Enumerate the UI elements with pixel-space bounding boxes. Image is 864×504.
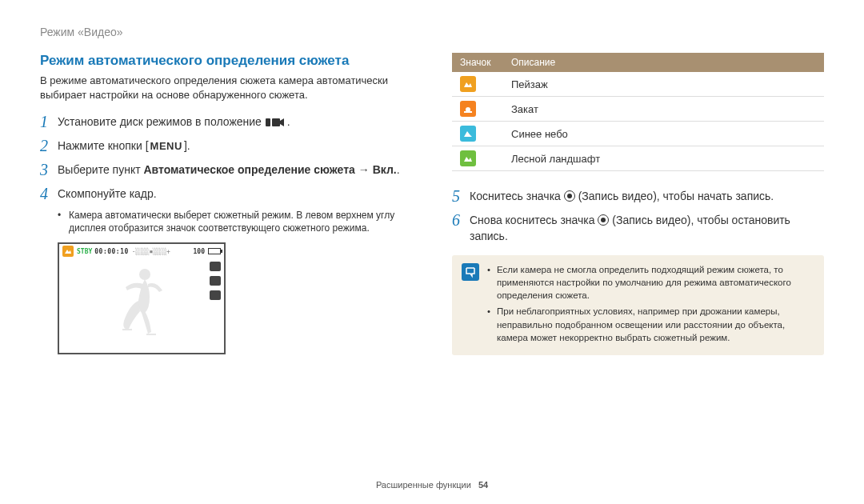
table-cell: Закат	[503, 97, 824, 122]
table-header-desc: Описание	[503, 53, 824, 72]
step-end: .	[397, 163, 400, 176]
right-column: Значок Описание Пейзаж Закат	[452, 53, 824, 355]
svg-point-4	[139, 269, 150, 280]
table-body: Пейзаж Закат Синее небо Лесной ландшафт	[452, 72, 824, 171]
step-body: Выберите пункт Автоматическое определени…	[58, 161, 412, 178]
page-footer: Расширенные функции 54	[0, 480, 864, 490]
section-title: Режим автоматического определения сюжета	[40, 53, 412, 69]
scene-icon-table: Значок Описание Пейзаж Закат	[452, 53, 824, 171]
step-text: ].	[184, 139, 190, 152]
intro-text: В режиме автоматического определения сюж…	[40, 74, 412, 102]
step-text: Нажмите кнопки [	[58, 139, 149, 152]
info-icon	[462, 263, 479, 281]
step-body: Нажмите кнопки [MENU].	[58, 137, 412, 154]
svg-marker-2	[280, 118, 284, 126]
footer-section: Расширенные функции	[376, 480, 471, 490]
blue-sky-icon	[460, 126, 476, 142]
table-cell: Пейзаж	[503, 72, 824, 97]
shot-count: 100	[194, 248, 205, 255]
note-item: • При неблагоприятных условиях, например…	[487, 305, 814, 343]
battery-icon	[208, 248, 221, 254]
stabilizer-icon	[210, 276, 221, 286]
step-body: Установите диск режимов в положение .	[58, 113, 412, 130]
timecode: 00:00:10	[94, 248, 129, 255]
table-row: Лесной ландшафт	[452, 146, 824, 171]
stby-label: STBY	[77, 248, 92, 255]
step-4-sub: • Камера автоматически выберет сюжетный …	[58, 209, 412, 234]
note-list: • Если камера не смогла определить подхо…	[487, 263, 814, 347]
note-box: • Если камера не смогла определить подхо…	[452, 255, 824, 355]
step-3: 3 Выберите пункт Автоматическое определе…	[40, 161, 412, 178]
step-body: Коснитесь значка (Запись видео), чтобы н…	[470, 187, 824, 205]
forest-icon	[460, 150, 476, 166]
step-text-end: .	[287, 115, 290, 128]
svg-marker-10	[464, 131, 472, 137]
note-text: При неблагоприятных условиях, например п…	[497, 305, 814, 343]
resolution-icon	[210, 262, 221, 271]
manual-page: Режим «Видео» Режим автоматического опре…	[0, 0, 864, 371]
table-header-icon: Значок	[452, 53, 503, 72]
step-text: Коснитесь значка	[470, 190, 564, 202]
step-text: Выберите пункт	[58, 163, 143, 176]
svg-rect-1	[272, 118, 280, 126]
table-row: Закат	[452, 97, 824, 122]
note-item: • Если камера не смогла определить подхо…	[487, 263, 814, 302]
record-icon	[564, 190, 575, 202]
step-number: 3	[40, 161, 58, 178]
step-body: Снова коснитесь значка (Запись видео), ч…	[470, 211, 824, 244]
step-1: 1 Установите диск режимов в положение .	[40, 113, 412, 130]
exposure-scale: -░░░░▪░░░░+	[132, 248, 170, 255]
page-number: 54	[478, 480, 488, 490]
step-bold: Автоматическое определение сюжета	[143, 163, 354, 176]
step-6: 6 Снова коснитесь значка (Запись видео),…	[452, 211, 824, 244]
step-number: 1	[40, 113, 58, 130]
bullet-icon: •	[58, 209, 69, 234]
svg-marker-3	[65, 250, 71, 254]
bullet-icon: •	[487, 305, 497, 343]
two-column-layout: Режим автоматического определения сюжета…	[40, 53, 824, 355]
skater-silhouette	[110, 265, 174, 345]
scene-mode-icon	[62, 246, 74, 257]
svg-rect-9	[464, 111, 472, 113]
svg-marker-7	[464, 82, 472, 87]
step-5: 5 Коснитесь значка (Запись видео), чтобы…	[452, 187, 824, 205]
svg-rect-0	[266, 118, 270, 126]
sunset-icon	[460, 101, 476, 117]
table-cell: Лесной ландшафт	[503, 146, 824, 171]
step-number: 5	[452, 187, 470, 205]
table-row: Синее небо	[452, 122, 824, 146]
svg-marker-11	[464, 157, 472, 162]
video-mode-icon	[265, 117, 284, 128]
menu-button-label: MENU	[149, 139, 184, 154]
step-number: 2	[40, 137, 58, 154]
step-2: 2 Нажмите кнопки [MENU].	[40, 137, 412, 154]
sub-text: Камера автоматически выберет сюжетный ре…	[69, 209, 412, 234]
svg-rect-6	[146, 334, 156, 335]
bullet-icon: •	[487, 263, 497, 302]
table-cell: Синее небо	[503, 122, 824, 146]
svg-rect-5	[122, 329, 132, 330]
step-text: Снова коснитесь значка	[470, 214, 598, 226]
step-text: (Запись видео), чтобы начать запись.	[578, 190, 774, 202]
camera-screen-illustration: STBY 00:00:10 -░░░░▪░░░░+ 100	[58, 242, 226, 354]
left-column: Режим автоматического определения сюжета…	[40, 53, 412, 355]
step-text: Установите диск режимов в положение	[58, 115, 265, 128]
camera-top-bar: STBY 00:00:10 -░░░░▪░░░░+ 100	[59, 244, 224, 258]
note-text: Если камера не смогла определить подходя…	[497, 263, 814, 302]
record-icon	[598, 214, 609, 226]
step-body: Скомпонуйте кадр.	[58, 185, 412, 202]
step-4: 4 Скомпонуйте кадр.	[40, 185, 412, 202]
landscape-icon	[460, 76, 476, 92]
step-number: 4	[40, 185, 58, 202]
step-number: 6	[452, 211, 470, 229]
step-arrow: →	[355, 163, 373, 176]
breadcrumb: Режим «Видео»	[40, 26, 824, 38]
step-bold: Вкл.	[373, 163, 397, 176]
camera-right-icons	[210, 262, 221, 300]
photo-icon	[210, 290, 221, 300]
table-row: Пейзаж	[452, 72, 824, 97]
